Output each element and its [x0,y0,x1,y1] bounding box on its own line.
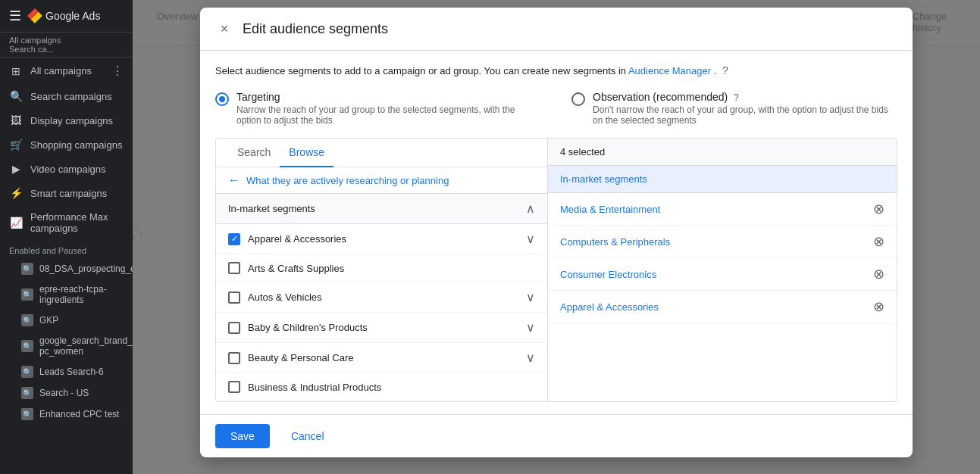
campaign-icon: 🔍 [21,387,33,399]
selected-item-consumer-elec: Consumer Electronics ⊗ [548,258,897,291]
expand-icon[interactable]: ∨ [526,232,535,246]
campaign-icon: 🔍 [21,408,33,420]
computers-label: Computers & Peripherals [560,236,670,248]
modal-title: Edit audience segments [243,21,388,37]
segment-item-beauty[interactable]: Beauty & Personal Care ∨ [216,343,547,373]
sidebar-item-search-campaigns[interactable]: 🔍 Search campaigns [0,84,133,108]
sidebar-item-performance-max[interactable]: 📈 Performance Max campaigns [0,205,133,240]
observation-label: Observation (recommended) ? [593,91,897,103]
campaign-item-search-us[interactable]: 🔍 Search - US [0,382,133,404]
tab-browse[interactable]: Browse [280,139,333,167]
sidebar-item-label: Performance Max campaigns [30,211,124,234]
shopping-icon: 🛒 [9,139,23,151]
edit-audience-modal: × Edit audience segments Select audience… [200,8,913,457]
description-text-end: . [714,65,717,76]
section-header-label: In-market segments [228,203,315,214]
sidebar-header: ☰ Google Ads [0,0,133,33]
segment-item-autos[interactable]: Autos & Vehicles ∨ [216,282,547,313]
sidebar-item-video-campaigns[interactable]: ▶ Video campaigns [0,157,133,181]
autos-checkbox[interactable] [228,292,240,304]
in-market-section-label: In-market segments [548,166,897,193]
targeting-radio[interactable] [215,92,229,106]
sidebar-item-smart-campaigns[interactable]: ⚡ Smart campaigns [0,181,133,205]
targeting-label: Targeting [236,91,541,103]
cancel-button[interactable]: Cancel [279,424,337,448]
campaign-icon: 🔍 [21,288,33,301]
sidebar-item-label: Display campaigns [30,115,113,126]
campaign-item-enhanced[interactable]: 🔍 Enhanced CPC test [0,404,133,425]
sidebar-item-shopping-campaigns[interactable]: 🛒 Shopping campaigns [0,133,133,157]
help-icon: ? [722,64,728,76]
sidebar-item-label: Video campaigns [30,164,106,175]
remove-computers-button[interactable]: ⊗ [873,233,885,250]
all-campaigns-icon: ⊞ [9,65,23,77]
sidebar-item-display-campaigns[interactable]: 🖼 Display campaigns [0,108,133,133]
campaign-icon: 🔍 [21,340,33,352]
campaign-item-gkp[interactable]: 🔍 GKP [0,310,133,331]
menu-icon[interactable]: ☰ [9,8,21,24]
selected-item-media: Media & Entertainment ⊗ [548,193,897,226]
performance-icon: 📈 [9,217,23,229]
targeting-options-row: Targeting Narrow the reach of your ad gr… [215,91,897,126]
search-campaigns-icon: 🔍 [9,90,23,102]
campaign-icon: 🔍 [21,263,33,275]
remove-media-button[interactable]: ⊗ [873,201,885,217]
baby-checkbox[interactable] [228,322,240,334]
google-ads-logo: Google Ads [27,8,100,23]
segment-panels: Search Browse ← What they are actively r… [215,138,897,402]
segment-item-arts[interactable]: Arts & Crafts Supplies [216,254,547,282]
campaign-icon: 🔍 [21,314,33,326]
more-icon[interactable]: ⋮ [111,64,124,78]
arts-label: Arts & Crafts Supplies [248,263,344,274]
campaign-label: google_search_brand_ec pc_women [39,335,133,357]
campaign-item-epre[interactable]: 🔍 epre-reach-tcpa-ingredients [0,279,133,310]
sidebar-item-all-campaigns[interactable]: ⊞ All campaigns ⋮ [0,58,133,84]
tab-search[interactable]: Search [228,139,280,167]
media-label: Media & Entertainment [560,204,660,215]
segment-item-apparel[interactable]: ✓ Apparel & Accessories ∨ [216,224,547,254]
campaign-label: Enhanced CPC test [39,409,119,419]
remove-apparel-button[interactable]: ⊗ [873,298,885,315]
sidebar: ☰ Google Ads All campaigns Search ca... … [0,0,133,474]
expand-icon[interactable]: ∨ [526,351,535,365]
business-checkbox[interactable] [228,381,240,393]
expand-icon[interactable]: ∨ [526,290,535,304]
modal-close-button[interactable]: × [215,20,233,38]
targeting-description: Narrow the reach of your ad group to the… [236,104,541,126]
observation-option[interactable]: Observation (recommended) ? Don't narrow… [571,91,897,126]
campaign-item-brand[interactable]: 🔍 google_search_brand_ec pc_women [0,331,133,361]
back-or-label: or [400,175,409,186]
account-sub: Search ca... [9,45,124,54]
campaign-label: Search - US [39,388,89,398]
arts-checkbox[interactable] [228,262,240,274]
selected-item-apparel-right: Apparel & Accessories ⊗ [548,291,897,323]
save-button[interactable]: Save [215,424,270,448]
campaign-item-leads[interactable]: 🔍 Leads Search-6 [0,361,133,382]
expand-icon[interactable]: ∨ [526,320,535,335]
campaign-icon: 🔍 [21,366,33,378]
remove-consumer-elec-button[interactable]: ⊗ [873,266,885,282]
back-arrow-icon: ← [228,173,240,187]
right-panel: 4 selected In-market segments Media & En… [548,139,897,401]
segment-item-business[interactable]: Business & Industrial Products [216,373,547,401]
observation-radio[interactable] [571,92,585,106]
sidebar-item-label: Search campaigns [30,91,112,102]
baby-label: Baby & Children's Products [248,322,368,333]
collapse-chevron-icon: ∧ [526,201,535,216]
apparel-checkbox[interactable]: ✓ [228,233,240,245]
campaign-label: Leads Search-6 [39,366,104,377]
targeting-option[interactable]: Targeting Narrow the reach of your ad gr… [215,91,541,126]
modal-footer: Save Cancel [200,414,913,457]
beauty-label: Beauty & Personal Care [248,352,353,363]
modal-overlay: × Edit audience segments Select audience… [133,0,980,474]
account-info: All campaigns Search ca... [0,33,133,58]
beauty-checkbox[interactable] [228,352,240,364]
audience-manager-link[interactable]: Audience Manager [628,65,711,76]
segment-list: In-market segments ∧ ✓ Apparel & Accesso… [216,194,547,401]
segment-section-header[interactable]: In-market segments ∧ [216,194,547,224]
back-row[interactable]: ← What they are actively researching or … [216,167,547,194]
sidebar-item-label: All campaigns [30,65,92,76]
observation-help-icon: ? [734,92,739,103]
campaign-item-dsa[interactable]: 🔍 08_DSA_prospecting_efw_tcpa [0,258,133,279]
segment-item-baby[interactable]: Baby & Children's Products ∨ [216,313,547,343]
